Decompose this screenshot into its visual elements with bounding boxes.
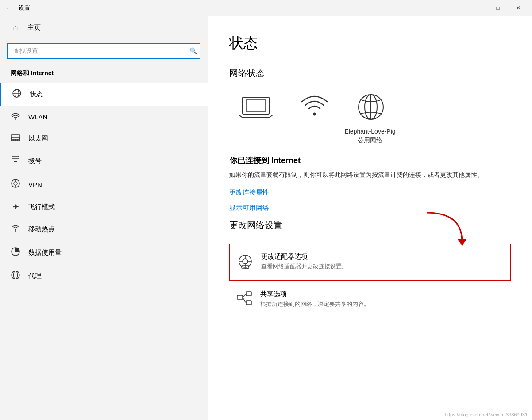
net-line-1 <box>274 107 300 107</box>
sidebar-item-ethernet[interactable]: 以太网 <box>0 128 208 149</box>
sidebar-item-wlan[interactable]: WLAN <box>0 106 208 128</box>
dialup-icon <box>11 155 20 167</box>
sidebar-item-data[interactable]: 数据使用量 <box>0 241 208 264</box>
network-section-title: 网络状态 <box>229 67 511 79</box>
main-layout: ⌂ 主页 🔍 网络和 Internet 状态 <box>0 16 532 420</box>
sidebar-item-ethernet-label: 以太网 <box>28 134 48 143</box>
svg-rect-14 <box>15 161 16 162</box>
sidebar-item-dialup-label: 拨号 <box>28 157 42 165</box>
search-box: 🔍 <box>7 43 200 59</box>
sidebar-item-home[interactable]: ⌂ 主页 <box>0 16 208 39</box>
sidebar-item-hotspot-label: 移动热点 <box>28 225 55 233</box>
sidebar-item-proxy[interactable]: 代理 <box>0 264 208 288</box>
vpn-icon <box>11 179 20 191</box>
svg-point-20 <box>15 229 16 230</box>
sharing-desc: 根据所连接到的网络，决定要共享的内容。 <box>260 300 504 308</box>
sidebar-item-vpn[interactable]: VPN <box>0 173 208 196</box>
connected-desc: 如果你的流量套餐有限制，则你可以将此网络设置为按流量计费的连接，或者更改其他属性… <box>229 170 495 179</box>
wlan-icon <box>11 112 20 122</box>
sharing-icon <box>236 291 252 310</box>
hotspot-icon <box>11 223 20 235</box>
sharing-text: 共享选项 根据所连接到的网络，决定要共享的内容。 <box>260 290 504 308</box>
close-button[interactable]: ✕ <box>508 0 528 16</box>
svg-point-35 <box>243 259 248 264</box>
maximize-button[interactable]: □ <box>488 0 508 16</box>
network-type: 公用网络 <box>229 137 511 145</box>
network-diagram <box>238 92 511 122</box>
status-icon <box>12 88 22 100</box>
wifi-icon <box>300 94 329 120</box>
svg-rect-11 <box>15 160 16 160</box>
titlebar-controls: — □ ✕ <box>467 0 528 16</box>
svg-point-28 <box>313 113 316 116</box>
sidebar-item-status[interactable]: 状态 <box>0 83 208 106</box>
change-connection-link[interactable]: 更改连接属性 <box>229 188 511 197</box>
titlebar: ← 设置 — □ ✕ <box>0 0 532 16</box>
network-name: Elephant-Love-Pig <box>229 128 511 135</box>
svg-rect-27 <box>246 100 266 111</box>
sidebar-home-label: 主页 <box>27 23 41 32</box>
minimize-button[interactable]: — <box>467 0 488 16</box>
globe-icon <box>355 92 386 122</box>
content-area: 状态 网络状态 <box>208 16 532 420</box>
net-line-2 <box>329 107 355 107</box>
sidebar-item-airplane-label: 飞行模式 <box>28 203 55 211</box>
sharing-title: 共享选项 <box>260 290 504 298</box>
home-icon: ⌂ <box>11 23 20 32</box>
back-button[interactable]: ← <box>5 4 13 13</box>
airplane-icon: ✈ <box>11 202 20 212</box>
sidebar-item-hotspot[interactable]: 移动热点 <box>0 218 208 241</box>
svg-line-48 <box>243 298 246 303</box>
red-arrow <box>422 210 475 250</box>
search-icon: 🔍 <box>189 47 197 54</box>
connected-title: 你已连接到 Internet <box>229 155 511 166</box>
titlebar-left: ← 设置 <box>5 4 30 13</box>
sidebar: ⌂ 主页 🔍 网络和 Internet 状态 <box>0 16 208 420</box>
settings-item-sharing[interactable]: 共享选项 根据所连接到的网络，决定要共享的内容。 <box>229 282 511 318</box>
ethernet-icon <box>11 134 20 144</box>
svg-rect-13 <box>14 161 15 162</box>
adapter-desc: 查看网络适配器并更改连接设置。 <box>261 263 503 271</box>
page-title: 状态 <box>229 34 511 53</box>
proxy-icon <box>11 270 20 282</box>
adapter-text: 更改适配器选项 查看网络适配器并更改连接设置。 <box>261 252 503 271</box>
svg-rect-44 <box>237 295 243 299</box>
sidebar-item-airplane[interactable]: ✈ 飞行模式 <box>0 196 208 218</box>
svg-rect-10 <box>14 160 15 160</box>
svg-line-47 <box>243 294 246 298</box>
data-icon <box>11 247 20 259</box>
svg-rect-45 <box>246 292 251 296</box>
watermark: https://blog.csdn.net/weixin_39869931 <box>445 412 528 417</box>
adapter-icon <box>237 253 253 272</box>
adapter-title: 更改适配器选项 <box>261 252 503 261</box>
sidebar-item-data-label: 数据使用量 <box>28 248 62 257</box>
svg-rect-12 <box>16 160 17 160</box>
svg-marker-33 <box>458 239 466 246</box>
laptop-icon <box>238 94 274 120</box>
sidebar-item-wlan-label: WLAN <box>28 113 47 121</box>
svg-rect-46 <box>246 301 251 305</box>
sidebar-item-proxy-label: 代理 <box>28 272 42 280</box>
sidebar-item-vpn-label: VPN <box>28 181 42 188</box>
sidebar-section-title: 网络和 Internet <box>0 66 208 83</box>
svg-point-17 <box>14 182 17 185</box>
sidebar-item-status-label: 状态 <box>30 90 43 99</box>
svg-rect-15 <box>16 161 17 162</box>
change-settings-section: 更改网络设置 <box>229 219 511 318</box>
sidebar-item-dialup[interactable]: 拨号 <box>0 149 208 173</box>
search-input[interactable] <box>7 43 200 59</box>
titlebar-title: 设置 <box>19 4 30 12</box>
